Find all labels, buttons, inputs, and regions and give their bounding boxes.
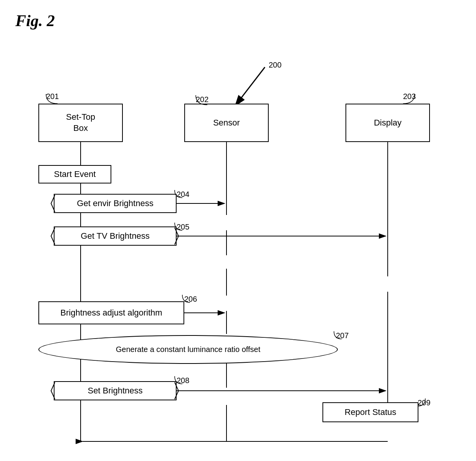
- bracket-203: [399, 90, 422, 106]
- box-stb: Set-TopBox: [38, 104, 123, 142]
- get-tv-label: Get TV Brightness: [81, 231, 149, 241]
- bracket-204: [173, 188, 192, 200]
- get-envir-label: Get envir Brightness: [77, 198, 153, 208]
- display-label: Display: [374, 118, 402, 128]
- stb-bracket-envir: [49, 193, 56, 214]
- bracket-209: [414, 397, 433, 408]
- sensor-label: Sensor: [213, 118, 240, 128]
- ref-200: 200: [269, 61, 281, 69]
- generate-luminance-label: Generate a constant luminance ratio offs…: [116, 345, 261, 354]
- diagram-container: Fig. 2: [0, 0, 476, 461]
- stb-label: Set-TopBox: [66, 112, 95, 134]
- svg-line-11: [235, 67, 265, 106]
- sensor-chevron-setbright: [174, 380, 180, 401]
- brightness-algo-label: Brightness adjust algorithm: [60, 308, 162, 318]
- start-event-label: Start Event: [54, 169, 96, 179]
- box-set-brightness: Set Brightness: [54, 381, 177, 400]
- figure-title: Fig. 2: [15, 12, 55, 30]
- box-report-status: Report Status: [322, 402, 418, 422]
- box-get-envir: Get envir Brightness: [54, 194, 177, 213]
- bracket-207: [332, 329, 351, 341]
- bracket-201: [42, 90, 65, 106]
- box-start-event: Start Event: [38, 165, 111, 183]
- sensor-chevron-tv: [174, 226, 180, 246]
- stb-bracket-tv: [49, 226, 56, 246]
- box-display: Display: [345, 104, 430, 142]
- box-sensor: Sensor: [184, 104, 269, 142]
- bracket-202: [192, 93, 215, 107]
- set-brightness-label: Set Brightness: [88, 386, 142, 396]
- bracket-206: [180, 293, 200, 304]
- report-status-label: Report Status: [345, 407, 397, 417]
- box-brightness-algo: Brightness adjust algorithm: [38, 301, 184, 324]
- box-get-tv: Get TV Brightness: [54, 226, 177, 246]
- oval-generate-luminance: Generate a constant luminance ratio offs…: [38, 335, 338, 364]
- stb-bracket-setbright: [49, 380, 56, 401]
